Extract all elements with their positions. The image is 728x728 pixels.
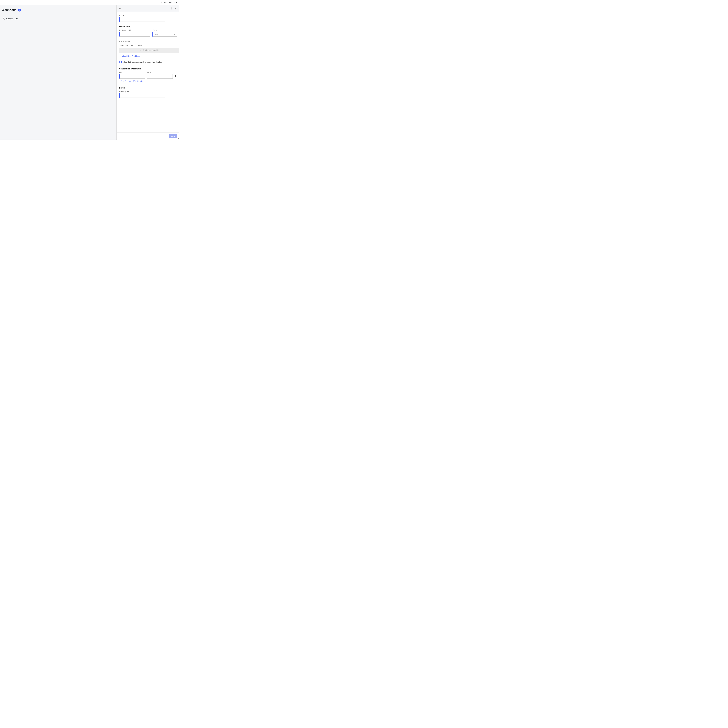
event-types-label: Event Types (119, 90, 165, 92)
list-item[interactable]: webhook-104 (2, 16, 116, 21)
name-label: Name (119, 14, 165, 17)
chevron-down-icon (174, 34, 175, 35)
user-menu[interactable]: Administrator (160, 1, 177, 4)
svg-point-6 (171, 7, 171, 8)
user-label: Administrator (164, 2, 175, 4)
more-menu-button[interactable] (169, 6, 173, 11)
delete-header-button[interactable] (174, 75, 177, 78)
destination-section-title: Destination (119, 26, 177, 28)
panel-header (117, 5, 179, 12)
custom-headers-section-title: Custom HTTP Headers (119, 67, 177, 70)
event-types-input[interactable] (119, 93, 165, 98)
webhook-icon (119, 7, 121, 10)
destination-url-input[interactable] (119, 32, 150, 37)
detail-panel: Name Destination Destination URL Format … (116, 5, 179, 140)
svg-point-1 (3, 19, 3, 19)
webhooks-list: webhook-104 (2, 14, 116, 21)
resize-handle-icon (177, 138, 179, 139)
top-bar: Administrator (0, 0, 179, 5)
svg-point-4 (119, 9, 119, 9)
list-item-label: webhook-104 (6, 18, 18, 20)
add-header-link[interactable]: + Add Custom HTTP Header (119, 80, 144, 82)
left-pane: Webhooks + webhook-104 (0, 5, 116, 140)
svg-point-0 (3, 18, 4, 18)
add-webhook-button[interactable]: + (18, 9, 21, 12)
svg-point-8 (171, 9, 171, 9)
allow-tls-checkbox[interactable] (119, 61, 122, 63)
chevron-down-icon (176, 2, 177, 3)
close-button[interactable] (173, 6, 177, 11)
page-header: Webhooks + (2, 7, 116, 14)
save-button[interactable]: save (169, 134, 177, 138)
filters-section-title: Filters (119, 87, 177, 89)
name-input[interactable] (119, 17, 165, 22)
certificates-empty: No Certificates Available (119, 47, 179, 53)
webhook-icon (2, 17, 5, 20)
svg-point-5 (121, 9, 121, 9)
panel-body: Name Destination Destination URL Format … (117, 12, 179, 132)
header-key-label: key (119, 71, 145, 73)
destination-url-label: Destination URL (119, 29, 150, 31)
header-value-label: Value (147, 71, 173, 73)
kebab-icon (171, 7, 171, 10)
page-title: Webhooks (2, 8, 17, 12)
header-value-input[interactable] (147, 74, 173, 79)
format-label: Format (153, 29, 177, 31)
upload-certificate-link[interactable]: + Upload New Certificate (119, 55, 140, 57)
format-select[interactable]: Select (153, 32, 177, 37)
certificates-section-title: Certificates (119, 40, 177, 43)
svg-point-3 (120, 8, 120, 8)
header-key-input[interactable] (119, 74, 145, 79)
close-icon (174, 8, 176, 9)
user-icon (160, 1, 163, 4)
trusted-certs-label: Trusted PingOne Certificates (120, 45, 177, 47)
allow-tls-label: Allow TLS connection with untrusted cert… (123, 61, 162, 63)
panel-footer: save (117, 132, 179, 140)
format-select-placeholder: Select (154, 33, 159, 35)
svg-point-7 (171, 8, 171, 9)
content-area: Webhooks + webhook-104 (0, 5, 179, 140)
svg-point-2 (4, 19, 5, 19)
